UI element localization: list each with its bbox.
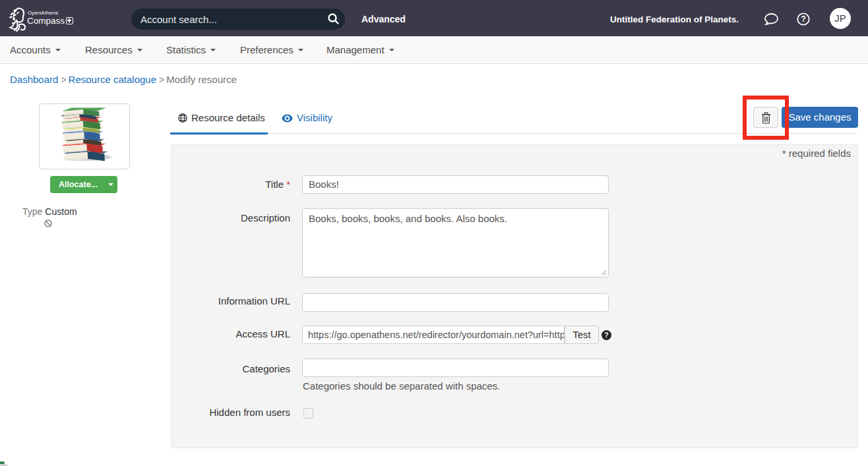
svg-text:?: ?: [604, 331, 608, 339]
svg-text:?: ?: [801, 15, 806, 24]
